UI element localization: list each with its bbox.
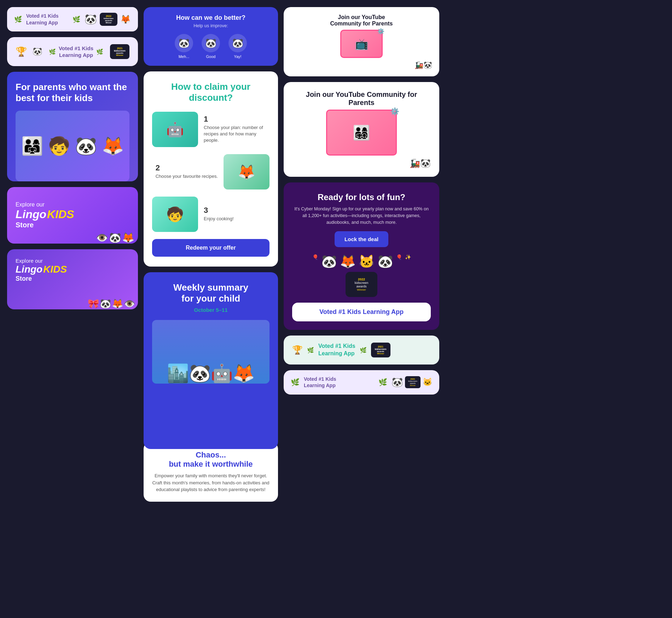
option-good[interactable]: 🐼 Good xyxy=(202,34,220,59)
left-column: 🌿 Voted #1 Kids Learning App 🌿 🐼 2022 ki… xyxy=(7,7,138,309)
tv-graphic-large: 👨‍👩‍👧‍👦 ⚙️ xyxy=(326,110,397,156)
option-yay[interactable]: 🐼 Yay! xyxy=(228,34,247,59)
step-2-number: 2 xyxy=(156,164,218,172)
explore-text-1: Explore our xyxy=(16,202,129,208)
step-3-image: 🧒 xyxy=(152,197,198,232)
step-1-row: 🤖 1 Choose your plan: number of recipes … xyxy=(152,112,270,147)
weekly-date-range: October 5–11 xyxy=(152,307,270,313)
fox-char-small: 🦊 xyxy=(120,14,131,24)
feedback-card: How can we do better? Help us improve: 🐼… xyxy=(144,7,278,66)
voted-teal-text: Voted #1 KidsLearning App xyxy=(318,343,355,357)
parents-card: For parents who want the best for their … xyxy=(7,72,138,181)
lingo-brand-1: Lingo xyxy=(16,208,46,221)
cyber-title: Ready for lots of fun? xyxy=(292,192,431,202)
good-label: Good xyxy=(206,54,216,59)
youtube-small-card: Join our YouTubeCommunity for Parents 📺 … xyxy=(284,7,439,76)
award-diamond: 2022 kidscreen awards Winner xyxy=(346,272,377,297)
lingokids-store-card-1: Explore our Lingo KIDS Store 👁️🐼🦊 xyxy=(7,187,138,244)
emoji-options-row: 🐼 Meh... 🐼 Good 🐼 Yay! xyxy=(152,34,270,59)
cyber-monday-card: Ready for lots of fun? It's Cyber Monday… xyxy=(284,182,439,330)
step-1-description: Choose your plan: number of recipes and … xyxy=(204,124,270,144)
cyber-voted-bottom: Voted #1 Kids Learning App xyxy=(292,303,431,321)
redeem-button[interactable]: Redeem your offer xyxy=(152,239,270,257)
youtube-large-chars: 🚂🐼 xyxy=(292,158,431,168)
trophy-teal-icon: 🏆 xyxy=(292,345,303,355)
tv-graphic-small: 📺 ⚙️ xyxy=(340,30,383,58)
meh-emoji: 🐼 xyxy=(175,34,193,52)
step-2-image: 🦊 xyxy=(224,154,270,190)
weekly-title: Weekly summaryfor your child xyxy=(152,282,270,304)
weekly-illustration: 🏙️🐼🤖🦊 xyxy=(152,320,270,384)
feedback-subtitle: Help us improve: xyxy=(152,23,270,28)
cyber-award-row: 2022 kidscreen awards Winner xyxy=(292,272,431,297)
voted-small-top-card: 🌿 Voted #1 Kids Learning App 🌿 🐼 2022 ki… xyxy=(7,7,138,31)
store-label-2: Store xyxy=(16,275,129,282)
voted-medium-text: Voted #1 KidsLearning App xyxy=(59,45,93,59)
voted-teal-card: 🏆 🌿 Voted #1 KidsLearning App 🌿 2021 kid… xyxy=(284,336,439,365)
right-column: Join our YouTubeCommunity for Parents 📺 … xyxy=(284,7,439,395)
yay-emoji: 🐼 xyxy=(228,34,247,52)
panda-char-small: 🐼 xyxy=(85,13,97,25)
youtube-large-title: Join our YouTube Community for Parents xyxy=(292,91,431,107)
discount-title: How to claim your discount? xyxy=(152,81,270,103)
step-2-content: 2 Choose your favourite recipes. xyxy=(156,164,218,180)
cyber-description: It's Cyber Monday! Sign up for our yearl… xyxy=(292,206,431,226)
lingokids-store-card-2: Explore our Lingo KIDS Store 🎀🐼🦊👁️ xyxy=(7,249,138,309)
leaf-right-icon: 🌿 xyxy=(73,16,80,23)
step-1-content: 1 Choose your plan: number of recipes an… xyxy=(204,115,270,144)
weekly-top-card: Weekly summaryfor your child October 5–1… xyxy=(144,272,278,449)
youtube-small-chars: 🚂🐼 xyxy=(291,61,432,69)
youtube-small-title: Join our YouTubeCommunity for Parents xyxy=(330,14,393,27)
panda-char-med: 🐼 xyxy=(33,47,42,56)
leaf-teal-right: 🌿 xyxy=(360,347,367,354)
kids-brand-2: KIDS xyxy=(43,264,67,275)
trophy-char: 🏆 xyxy=(16,46,27,57)
voted-medium-card: 🏆 🐼 🌿 Voted #1 KidsLearning App 🌿 2021 k… xyxy=(7,37,138,66)
award-badge-purple: 2021 kidscreen awards Winner xyxy=(405,376,421,388)
leaf-teal-left: 🌿 xyxy=(307,347,314,354)
leaf-purple-left: 🌿 xyxy=(291,378,300,386)
feedback-title: How can we do better? xyxy=(152,14,270,22)
step-2-description: Choose your favourite recipes. xyxy=(156,173,218,180)
explore-text-2: Explore our xyxy=(16,258,129,264)
award-badge-small: 2022 kidscreen awards Winner xyxy=(100,13,117,26)
yay-label: Yay! xyxy=(234,54,241,59)
family-illustration: 👨‍👩‍👧 🧒 🐼 🦊 xyxy=(16,111,129,181)
store-chars-2: 🎀🐼🦊👁️ xyxy=(88,298,135,309)
chaos-description: Empower your family with moments they'll… xyxy=(152,472,270,493)
weekly-bottom-card: Chaos...but make it worthwhile Empower y… xyxy=(144,442,278,502)
step-3-number: 3 xyxy=(204,206,234,214)
voted-small-top-text: Voted #1 Kids Learning App xyxy=(26,13,68,25)
good-emoji: 🐼 xyxy=(202,34,220,52)
step-2-row: 🦊 2 Choose your favourite recipes. xyxy=(152,154,270,190)
parents-heading: For parents who want the best for their … xyxy=(16,82,129,104)
award-badge-teal: 2021 kidscreen awards Winner xyxy=(371,343,390,357)
discount-card: How to claim your discount? 🤖 1 Choose y… xyxy=(144,71,278,267)
step-1-image: 🤖 xyxy=(152,112,198,147)
lock-deal-button[interactable]: Lock the deal xyxy=(335,231,388,247)
lingo-brand-2: Lingo xyxy=(16,264,42,275)
step-3-content: 3 Enjoy cooking! xyxy=(204,206,234,222)
weekly-wrapper: Weekly summaryfor your child October 5–1… xyxy=(144,272,278,502)
leaf-purple-right: 🌿 xyxy=(378,378,387,386)
store-label-1: Store xyxy=(16,221,129,229)
cyber-voted-text: Voted #1 Kids Learning App xyxy=(319,308,404,316)
chaos-title: Chaos...but make it worthwhile xyxy=(152,450,270,469)
voted-purple-text: Voted #1 KidsLearning App xyxy=(304,376,374,389)
kids-brand-1: KIDS xyxy=(47,208,74,221)
award-badge-med: 2021 kidscreen awards Winner xyxy=(110,44,129,59)
cyber-illustration: 🎈 🐼 🦊 🐱 🐼 🎈 ✨ xyxy=(292,254,431,269)
step-3-row: 🧒 3 Enjoy cooking! xyxy=(152,197,270,232)
mid-column: How can we do better? Help us improve: 🐼… xyxy=(144,7,278,502)
step-3-description: Enjoy cooking! xyxy=(204,216,234,222)
voted-purple-chars: 🐼 2021 kidscreen awards Winner 🐱 xyxy=(392,376,432,388)
store-chars-1: 👁️🐼🦊 xyxy=(96,232,134,244)
step-1-number: 1 xyxy=(204,115,270,123)
leaf-left-icon: 🌿 xyxy=(14,16,22,23)
voted-purple-card: 🌿 Voted #1 KidsLearning App 🌿 🐼 2021 kid… xyxy=(284,370,439,394)
meh-label: Meh... xyxy=(179,54,190,59)
option-meh[interactable]: 🐼 Meh... xyxy=(175,34,193,59)
youtube-large-card: Join our YouTube Community for Parents 👨… xyxy=(284,82,439,177)
